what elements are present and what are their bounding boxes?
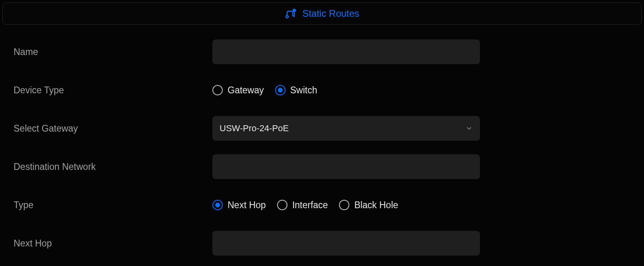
type-interface-radio[interactable]: Interface: [277, 200, 328, 211]
row-name: Name: [14, 39, 630, 65]
next-hop-input[interactable]: [212, 231, 480, 256]
radio-circle-icon: [277, 200, 287, 210]
destination-network-input[interactable]: [212, 154, 480, 179]
type-black-hole-radio[interactable]: Black Hole: [339, 200, 398, 211]
radio-label: Next Hop: [228, 200, 266, 211]
device-type-label: Device Type: [14, 85, 212, 96]
radio-circle-icon: [275, 85, 285, 95]
radio-label: Gateway: [228, 85, 264, 96]
name-label: Name: [14, 47, 212, 57]
type-label: Type: [14, 200, 212, 211]
device-type-gateway-radio[interactable]: Gateway: [212, 85, 264, 96]
destination-network-label: Destination Network: [14, 162, 212, 172]
type-next-hop-radio[interactable]: Next Hop: [212, 200, 266, 211]
row-device-type: Device Type Gateway Switch: [14, 77, 630, 103]
device-type-switch-radio[interactable]: Switch: [275, 85, 317, 96]
next-hop-label: Next Hop: [14, 238, 212, 249]
page-title: Static Routes: [302, 8, 359, 19]
select-gateway-value: USW-Pro-24-PoE: [220, 123, 289, 134]
static-route-form: Name Device Type Gateway Switch Select G…: [0, 27, 644, 256]
radio-label: Interface: [292, 200, 328, 211]
header-bar: Static Routes: [2, 2, 642, 25]
row-select-gateway: Select Gateway USW-Pro-24-PoE: [14, 116, 630, 141]
type-radio-group: Next Hop Interface Black Hole: [212, 200, 480, 211]
row-next-hop: Next Hop: [14, 231, 630, 256]
select-gateway-dropdown[interactable]: USW-Pro-24-PoE: [212, 116, 480, 141]
chevron-down-icon: [466, 125, 473, 132]
radio-label: Switch: [290, 85, 317, 96]
radio-circle-icon: [339, 200, 349, 210]
radio-circle-icon: [212, 85, 223, 95]
radio-label: Black Hole: [354, 200, 398, 211]
row-destination-network: Destination Network: [14, 154, 630, 179]
radio-circle-icon: [212, 200, 223, 210]
route-icon: [285, 8, 297, 19]
select-gateway-label: Select Gateway: [14, 123, 212, 134]
name-input[interactable]: [212, 39, 480, 64]
row-type: Type Next Hop Interface Black Hole: [14, 192, 630, 218]
device-type-radio-group: Gateway Switch: [212, 85, 480, 96]
